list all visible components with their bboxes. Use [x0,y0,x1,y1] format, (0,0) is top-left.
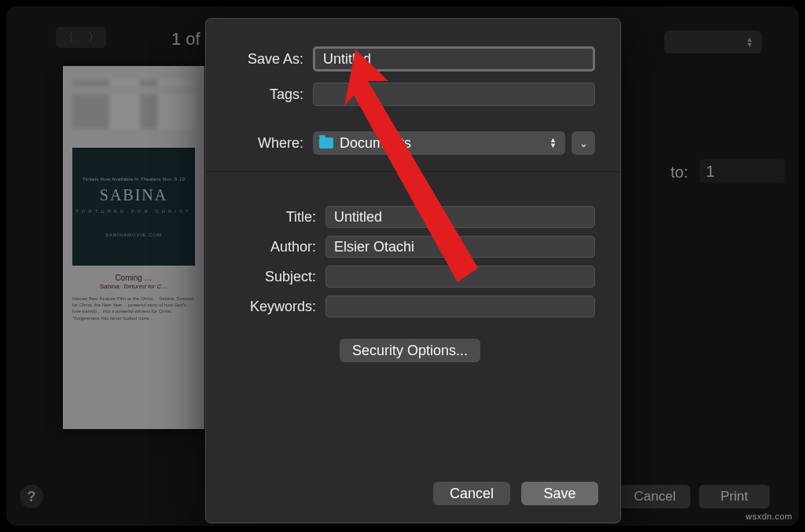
top-right-select[interactable]: ▲▼ [664,31,762,53]
author-input[interactable]: Elsier Otachi [325,236,595,258]
page-counter: 1 of [171,29,200,50]
chevron-right-icon: 〉 [88,31,99,45]
subject-row: Subject: [225,262,601,292]
preview-article: Coming … Sabina: Tortured for C… Named B… [72,270,195,324]
title-label: Title: [231,209,325,226]
page-nav-back-forward[interactable]: 〈 〉 [56,27,106,48]
watermark: wsxdn.com [745,512,792,521]
preview-blur-region [72,94,195,129]
preview-article-heading2: Sabina: Tortured for C… [72,283,195,290]
preview-ad-sub: TORTURED FOR CHRIST [75,209,191,214]
tags-label: Tags: [231,86,313,103]
where-select[interactable]: Documents ▲▼ [313,131,565,155]
cancel-button-outer[interactable]: Cancel [619,485,690,508]
security-options-button[interactable]: Security Options... [340,339,480,362]
title-row: Title: Untitled [225,202,601,232]
divider [206,171,620,172]
preview-ad-site: SABINAMOVIE.COM [105,233,162,237]
stepper-icon: ▲▼ [746,37,755,48]
preview-article-heading1: Coming … [72,273,195,282]
save-as-input[interactable]: Untitled [313,46,595,72]
author-row: Author: Elsier Otachi [225,232,601,262]
subject-label: Subject: [231,269,325,285]
preview-ad-title: SABINA [100,186,167,204]
subject-input[interactable] [325,266,595,288]
save-sheet: Save As: Untitled Tags: Where: Documents… [205,18,621,523]
expand-button[interactable]: ⌄ [572,131,595,155]
preview-ad-block: Tickets Now Available In Theaters Nov. 8… [72,148,195,266]
range-to-input[interactable]: 1 [700,160,785,183]
tags-input[interactable] [313,83,595,106]
preview-blur-region [72,80,195,86]
save-button[interactable]: Save [521,482,598,505]
chevron-down-icon: ⌄ [579,138,588,149]
keywords-label: Keywords: [231,299,325,315]
print-button-outer[interactable]: Print [699,485,770,508]
preview-article-para: "Forgiveness has never looked more… [72,316,195,322]
where-row: Where: Documents ▲▼ ⌄ [206,126,620,160]
keywords-row: Keywords: [225,292,601,321]
folder-icon [319,138,333,149]
where-label: Where: [231,135,313,152]
print-dialog-window: 〈 〉 1 of ▲▼ to: 1 Cancel Print ? Tickets… [6,6,799,526]
help-button[interactable]: ? [20,485,43,508]
stepper-icon: ▲▼ [550,138,559,149]
range-to-label: to: [671,163,688,182]
save-as-label: Save As: [231,51,313,68]
chevron-left-icon: 〈 [63,31,74,45]
preview-ad-top: Tickets Now Available In Theaters Nov. 8… [83,177,185,182]
print-preview-page: Tickets Now Available In Theaters Nov. 8… [63,66,204,429]
keywords-input[interactable] [325,295,595,317]
tags-row: Tags: [206,77,620,112]
preview-article-para: Named Best Feature Film at the Christ… S… [72,296,195,314]
cancel-button[interactable]: Cancel [433,482,510,505]
title-input[interactable]: Untitled [325,206,595,228]
save-as-row: Save As: Untitled [206,41,620,77]
where-value: Documents [340,135,411,152]
author-label: Author: [231,239,325,255]
